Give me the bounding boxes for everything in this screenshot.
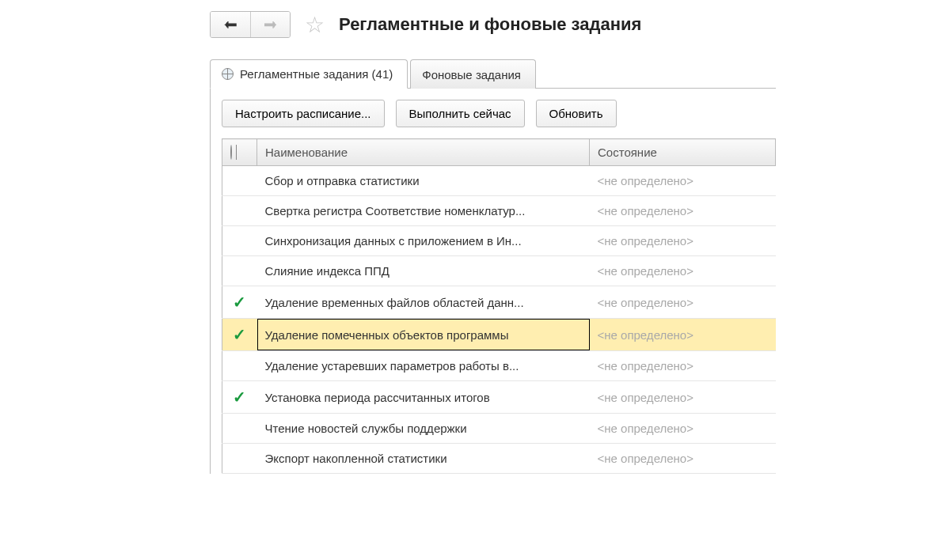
globe-icon <box>230 145 232 160</box>
check-icon: ✓ <box>233 388 246 406</box>
name-cell: Синхронизация данных с приложением в Ин.… <box>257 226 590 256</box>
selection-highlight <box>257 319 590 351</box>
check-cell: ✓ <box>222 319 257 351</box>
state-cell: <не определено> <box>590 166 776 196</box>
state-cell: <не определено> <box>590 381 776 414</box>
tab-label: Фоновые задания <box>422 68 521 81</box>
state-cell: <не определено> <box>590 319 776 351</box>
check-cell <box>222 196 257 226</box>
table-row[interactable]: Чтение новостей службы поддержки<не опре… <box>222 414 776 444</box>
name-cell: Установка периода рассчитанных итогов <box>257 381 590 414</box>
col-header-state[interactable]: Состояние <box>590 139 776 166</box>
table-row[interactable]: Удаление устаревших параметров работы в.… <box>222 351 776 381</box>
table-row[interactable]: Слияние индекса ППД<не определено> <box>222 256 776 286</box>
name-cell: Удаление устаревших параметров работы в.… <box>257 351 590 381</box>
jobs-table: Наименование Состояние Сбор и отправка с… <box>222 138 776 474</box>
name-cell: Удаление временных файлов областей данн.… <box>257 286 590 319</box>
state-cell: <не определено> <box>590 444 776 474</box>
tab-label: Регламентные задания (41) <box>240 67 393 81</box>
arrow-left-icon: 🠨 <box>222 16 238 34</box>
panel: Настроить расписание... Выполнить сейчас… <box>210 89 776 474</box>
globe-icon <box>222 68 234 80</box>
tabs: Регламентные задания (41) Фоновые задани… <box>210 59 776 89</box>
check-cell <box>222 226 257 256</box>
state-cell: <не определено> <box>590 196 776 226</box>
state-cell: <не определено> <box>590 351 776 381</box>
check-cell <box>222 256 257 286</box>
forward-button[interactable]: 🠪 <box>250 12 290 37</box>
state-cell: <не определено> <box>590 414 776 444</box>
table-row[interactable]: ✓Установка периода рассчитанных итогов<н… <box>222 381 776 414</box>
col-header-check[interactable] <box>222 139 257 166</box>
check-cell <box>222 351 257 381</box>
nav-buttons: 🠨 🠪 <box>210 11 291 38</box>
state-cell: <не определено> <box>590 256 776 286</box>
name-cell: Удаление помеченных объектов программы <box>257 319 590 351</box>
name-cell: Свертка регистра Соответствие номенклату… <box>257 196 590 226</box>
col-header-name[interactable]: Наименование <box>257 139 590 166</box>
table-row[interactable]: Свертка регистра Соответствие номенклату… <box>222 196 776 226</box>
arrow-right-icon: 🠪 <box>263 16 279 34</box>
schedule-button[interactable]: Настроить расписание... <box>222 100 385 127</box>
name-cell: Экспорт накопленной статистики <box>257 444 590 474</box>
toolbar: Настроить расписание... Выполнить сейчас… <box>222 100 776 127</box>
name-cell: Сбор и отправка статистики <box>257 166 590 196</box>
check-cell <box>222 166 257 196</box>
check-icon: ✓ <box>233 293 246 311</box>
name-cell: Чтение новостей службы поддержки <box>257 414 590 444</box>
tab-scheduled[interactable]: Регламентные задания (41) <box>210 59 408 89</box>
tab-background[interactable]: Фоновые задания <box>410 59 536 89</box>
run-now-button[interactable]: Выполнить сейчас <box>396 100 525 127</box>
check-cell: ✓ <box>222 286 257 319</box>
state-cell: <не определено> <box>590 226 776 256</box>
table-row[interactable]: ✓Удаление помеченных объектов программы<… <box>222 319 776 351</box>
check-icon: ✓ <box>233 326 246 343</box>
check-cell <box>222 414 257 444</box>
check-cell <box>222 444 257 474</box>
page-title: Регламентные и фоновые задания <box>339 14 641 35</box>
state-cell: <не определено> <box>590 286 776 319</box>
table-row[interactable]: Сбор и отправка статистики<не определено… <box>222 166 776 196</box>
back-button[interactable]: 🠨 <box>211 12 250 37</box>
favorite-star-icon[interactable]: ☆ <box>305 12 325 38</box>
name-cell: Слияние индекса ППД <box>257 256 590 286</box>
table-row[interactable]: Синхронизация данных с приложением в Ин.… <box>222 226 776 256</box>
table-row[interactable]: Экспорт накопленной статистики<не опреде… <box>222 444 776 474</box>
header: 🠨 🠪 ☆ Регламентные и фоновые задания <box>210 11 776 38</box>
check-cell: ✓ <box>222 381 257 414</box>
table-row[interactable]: ✓Удаление временных файлов областей данн… <box>222 286 776 319</box>
refresh-button[interactable]: Обновить <box>536 100 617 127</box>
